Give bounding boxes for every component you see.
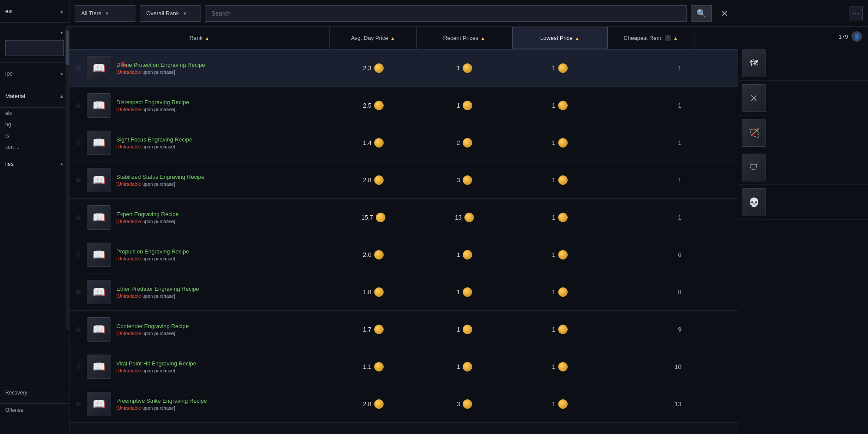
right-panel-item[interactable]: 🗺	[738, 46, 868, 81]
rank-cell: 13	[608, 401, 694, 408]
right-panel-item[interactable]: 🏹	[738, 115, 868, 150]
recent-price-value: 1	[457, 65, 460, 72]
close-button[interactable]: ✕	[716, 5, 733, 22]
star-icon[interactable]: ☆	[76, 64, 82, 72]
table-row[interactable]: ☆📖Sight Focus Engraving Recipe[Untradabl…	[69, 124, 738, 161]
item-text: Contender Engraving Recipe[Untradable up…	[116, 323, 189, 336]
table-row[interactable]: ☆📖Propulsion Engraving Recipe[Untradable…	[69, 236, 738, 273]
rank-cell: 10	[608, 363, 694, 370]
star-icon[interactable]: ☆	[76, 288, 82, 296]
item-text: Preemptive Strike Engraving Recipe[Untra…	[116, 398, 207, 411]
sidebar-item-ls[interactable]: ls	[0, 130, 69, 141]
th-avg-day[interactable]: Avg. Day Price ▲	[330, 27, 417, 49]
item-text: Divine Protection Engraving Recipe[Untra…	[116, 62, 205, 75]
sidebar-section-est: est ▲	[0, 0, 69, 23]
gold-coin-icon	[463, 101, 472, 110]
rank-cell: 1	[608, 139, 694, 146]
avg-price-cell: 2.5	[330, 101, 417, 110]
sidebar-item-recovery[interactable]: Recovery	[0, 386, 69, 399]
sidebar-section-material: Material ▲	[0, 85, 69, 108]
sidebar-section-dropdown-header[interactable]: ▼	[0, 27, 69, 39]
rank-filter-dropdown[interactable]: Overall Rank ▼	[140, 5, 201, 22]
sidebar-section-material-header[interactable]: Material ▲	[0, 89, 69, 103]
user-icon-symbol: 👤	[854, 33, 860, 39]
th-rank-sort: ▲	[205, 36, 210, 41]
th-rank[interactable]: Rank ▲	[69, 27, 330, 49]
more-options-button[interactable]: ⋯	[849, 7, 863, 20]
lowest-price-cell: 1	[512, 287, 608, 297]
star-icon[interactable]: ☆	[76, 101, 82, 109]
item-name: Ether Predator Engraving Recipe	[116, 286, 199, 292]
lowest-price-cell: 1	[512, 138, 608, 148]
table-row[interactable]: ☆📖Stabilized Status Engraving Recipe[Unt…	[69, 161, 738, 199]
th-avg-day-sort: ▲	[390, 36, 395, 41]
star-icon[interactable]: ☆	[76, 400, 82, 408]
sidebar-scrollbar[interactable]	[66, 26, 69, 330]
gold-coin-icon	[558, 213, 568, 222]
table-body: ☆📖Divine Protection Engraving Recipe[Unt…	[69, 49, 738, 434]
item-text: Sight Focus Engraving Recipe[Untradable …	[116, 136, 192, 149]
gold-coin-icon	[463, 287, 472, 297]
rp-item-icon: 💀	[742, 188, 766, 216]
table-row[interactable]: ☆📖Ether Predator Engraving Recipe[Untrad…	[69, 273, 738, 311]
sidebar-section-lies-header[interactable]: lies ▲	[0, 157, 69, 171]
sidebar-input-field[interactable]	[5, 40, 64, 56]
table-row[interactable]: ☆📖Vital Point Hit Engraving Recipe[Untra…	[69, 348, 738, 385]
star-icon[interactable]: ☆	[76, 250, 82, 259]
right-panel-item[interactable]: 💀	[738, 185, 868, 220]
item-text: Expert Engraving Recipe[Untradable upon …	[116, 211, 179, 224]
untradable-label: [Untradable	[116, 69, 141, 75]
table-row[interactable]: ☆📖Divine Protection Engraving Recipe[Unt…	[69, 49, 738, 87]
sidebar-item-ng[interactable]: ng ...	[0, 119, 69, 130]
item-name: Preemptive Strike Engraving Recipe	[116, 398, 207, 404]
recent-price-value: 1	[457, 326, 460, 333]
star-icon[interactable]: ☆	[76, 362, 82, 371]
untradable-label: [Untradable	[116, 405, 141, 411]
recent-price-value: 13	[455, 214, 462, 221]
sidebar-section-lies-arrow: ▲	[59, 161, 64, 166]
recent-price-cell: 1	[417, 250, 512, 260]
lowest-price-value: 1	[552, 139, 556, 146]
item-subtitle: [Untradable upon purchase]	[116, 181, 204, 187]
search-input[interactable]	[205, 5, 687, 22]
th-cheapest[interactable]: Cheapest Rem. ? ▲	[608, 27, 694, 49]
sidebar-item-ng-label: ng ...	[5, 122, 17, 128]
table-row[interactable]: ☆📖Disrespect Engraving Recipe[Untradable…	[69, 87, 738, 124]
sidebar-item-offense[interactable]: Offense	[0, 403, 69, 417]
sidebar-section-ipe-header[interactable]: ipe ▲	[0, 67, 69, 80]
lowest-price-cell: 1	[512, 213, 608, 222]
right-panel-item[interactable]: 🛡	[738, 150, 868, 185]
right-panel-item[interactable]: ⚔	[738, 81, 868, 115]
avg-price-value: 2.8	[363, 401, 371, 408]
item-name: Expert Engraving Recipe	[116, 211, 179, 217]
item-subtitle: [Untradable upon purchase]	[116, 144, 192, 149]
th-lowest[interactable]: Lowest Price ▲	[512, 27, 608, 49]
close-icon: ✕	[721, 8, 728, 19]
star-icon[interactable]: ☆	[76, 325, 82, 333]
th-avg-day-label: Avg. Day Price	[351, 35, 388, 41]
gold-coin-icon	[374, 63, 384, 73]
tier-filter-dropdown[interactable]: All Tiers ▼	[75, 5, 135, 22]
avg-price-cell: 1.4	[330, 138, 417, 148]
star-icon[interactable]: ☆	[76, 213, 82, 221]
th-recent[interactable]: Recent Prices ▲	[417, 27, 512, 49]
table-row[interactable]: ☆📖Expert Engraving Recipe[Untradable upo…	[69, 199, 738, 236]
search-button[interactable]: 🔍	[691, 5, 712, 22]
rank-filter-arrow: ▼	[182, 11, 187, 16]
star-icon[interactable]: ☆	[76, 138, 82, 147]
search-icon: 🔍	[697, 9, 706, 18]
table-row[interactable]: ☆📖Preemptive Strike Engraving Recipe[Unt…	[69, 385, 738, 423]
recent-price-value: 2	[457, 139, 460, 146]
gold-coin-icon	[463, 63, 472, 73]
item-icon: 📖	[87, 392, 111, 416]
gold-coin-icon	[464, 213, 474, 222]
table-row[interactable]: ☆📖Contender Engraving Recipe[Untradable …	[69, 311, 738, 348]
sidebar-section-material-arrow: ▲	[59, 94, 64, 99]
sidebar-item-tion[interactable]: tion ...	[0, 141, 69, 153]
recent-price-cell: 3	[417, 399, 512, 409]
star-icon[interactable]: ☆	[76, 176, 82, 184]
sidebar-scrollbar-thumb[interactable]	[66, 30, 69, 65]
sidebar-item-als[interactable]: als	[0, 108, 69, 119]
sidebar-section-est-header[interactable]: est ▲	[0, 4, 69, 18]
avg-price-value: 2.0	[363, 251, 371, 258]
